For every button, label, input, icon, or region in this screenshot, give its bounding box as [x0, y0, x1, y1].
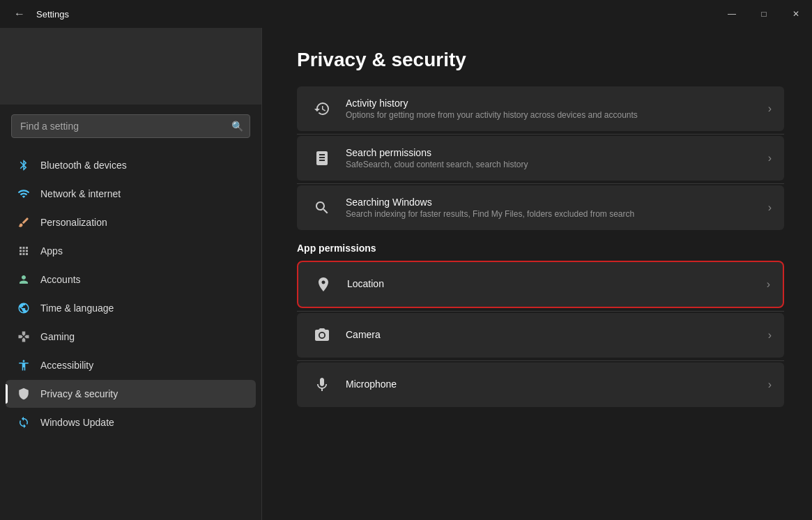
searching-windows-chevron: ›	[768, 201, 772, 214]
microphone-icon	[309, 372, 335, 397]
sidebar-item-bluetooth[interactable]: Bluetooth & devices	[6, 151, 256, 179]
search-permissions-icon	[309, 146, 335, 171]
sidebar-nav: Bluetooth & devices Network & internet P…	[0, 148, 261, 520]
sidebar-item-gaming[interactable]: Gaming	[6, 323, 256, 351]
microphone-title: Microphone	[346, 378, 757, 390]
personalization-icon	[17, 215, 31, 229]
camera-chevron: ›	[768, 329, 772, 342]
accessibility-icon	[17, 358, 31, 372]
apps-label: Apps	[40, 245, 63, 257]
time-label: Time & language	[40, 303, 114, 314]
sidebar-profile	[0, 28, 261, 105]
settings-item-search-permissions[interactable]: Search permissions SafeSearch, cloud con…	[297, 136, 784, 181]
activity-history-icon	[309, 96, 335, 121]
sidebar-item-accessibility[interactable]: Accessibility	[6, 351, 256, 379]
location-chevron: ›	[767, 278, 770, 291]
camera-text: Camera	[346, 329, 757, 342]
accessibility-label: Accessibility	[40, 360, 93, 371]
search-input[interactable]	[11, 114, 250, 138]
sidebar-item-update[interactable]: Windows Update	[6, 408, 256, 436]
page-title: Privacy & security	[297, 49, 784, 71]
accounts-label: Accounts	[40, 274, 81, 285]
sidebar-item-network[interactable]: Network & internet	[6, 180, 256, 208]
searching-windows-text: Searching Windows Search indexing for fa…	[346, 197, 757, 219]
close-button[interactable]: ✕	[780, 0, 812, 28]
activity-history-chevron: ›	[768, 102, 772, 115]
settings-item-searching-windows[interactable]: Searching Windows Search indexing for fa…	[297, 185, 784, 230]
sidebar-item-apps[interactable]: Apps	[6, 237, 256, 265]
search-permissions-title: Search permissions	[346, 147, 757, 158]
microphone-chevron: ›	[768, 378, 772, 391]
privacy-icon	[17, 387, 31, 401]
divider-1	[297, 134, 784, 135]
camera-title: Camera	[346, 329, 757, 340]
network-label: Network & internet	[40, 188, 121, 199]
privacy-label: Privacy & security	[40, 388, 118, 399]
sidebar-item-personalization[interactable]: Personalization	[6, 208, 256, 236]
app-title: Settings	[36, 9, 69, 20]
settings-item-location[interactable]: Location ›	[297, 261, 784, 308]
update-label: Windows Update	[40, 417, 114, 428]
personalization-label: Personalization	[40, 217, 107, 228]
time-icon	[17, 301, 31, 315]
search-permissions-text: Search permissions SafeSearch, cloud con…	[346, 147, 757, 169]
minimize-button[interactable]: —	[716, 0, 748, 28]
location-text: Location	[347, 278, 756, 291]
camera-icon	[309, 323, 335, 348]
settings-item-camera[interactable]: Camera ›	[297, 313, 784, 358]
app-container: 🔍 Bluetooth & devices Network & internet	[0, 28, 812, 520]
divider-4	[297, 360, 784, 361]
searching-windows-icon	[309, 195, 335, 220]
gaming-icon	[17, 330, 31, 344]
network-icon	[17, 187, 31, 201]
bluetooth-icon	[17, 158, 31, 172]
activity-history-text: Activity history Options for getting mor…	[346, 98, 757, 120]
location-title: Location	[347, 278, 756, 289]
apps-icon	[17, 244, 31, 258]
window-controls: — □ ✕	[716, 0, 812, 28]
app-permissions-label: App permissions	[297, 243, 784, 254]
searching-windows-desc: Search indexing for faster results, Find…	[346, 209, 757, 219]
bluetooth-label: Bluetooth & devices	[40, 160, 127, 171]
sidebar: 🔍 Bluetooth & devices Network & internet	[0, 28, 261, 520]
sidebar-item-accounts[interactable]: Accounts	[6, 266, 256, 293]
settings-item-activity-history[interactable]: Activity history Options for getting mor…	[297, 86, 784, 131]
location-icon	[311, 272, 336, 297]
search-permissions-desc: SafeSearch, cloud content search, search…	[346, 160, 757, 169]
search-container: 🔍	[11, 114, 250, 138]
divider-3	[297, 311, 784, 312]
activity-history-title: Activity history	[346, 98, 757, 109]
content-area: Privacy & security Activity history Opti…	[262, 28, 812, 520]
settings-item-microphone[interactable]: Microphone ›	[297, 362, 784, 407]
accounts-icon	[17, 273, 31, 286]
search-permissions-chevron: ›	[768, 152, 772, 165]
sidebar-item-privacy[interactable]: Privacy & security	[6, 380, 256, 408]
activity-history-desc: Options for getting more from your activ…	[346, 110, 757, 120]
gaming-label: Gaming	[40, 331, 75, 342]
microphone-text: Microphone	[346, 378, 757, 391]
title-bar: ← Settings — □ ✕	[0, 0, 812, 28]
searching-windows-title: Searching Windows	[346, 197, 757, 208]
update-icon	[17, 415, 31, 429]
divider-2	[297, 183, 784, 184]
back-button[interactable]: ←	[8, 0, 31, 28]
maximize-button[interactable]: □	[748, 0, 780, 28]
sidebar-item-time[interactable]: Time & language	[6, 294, 256, 322]
